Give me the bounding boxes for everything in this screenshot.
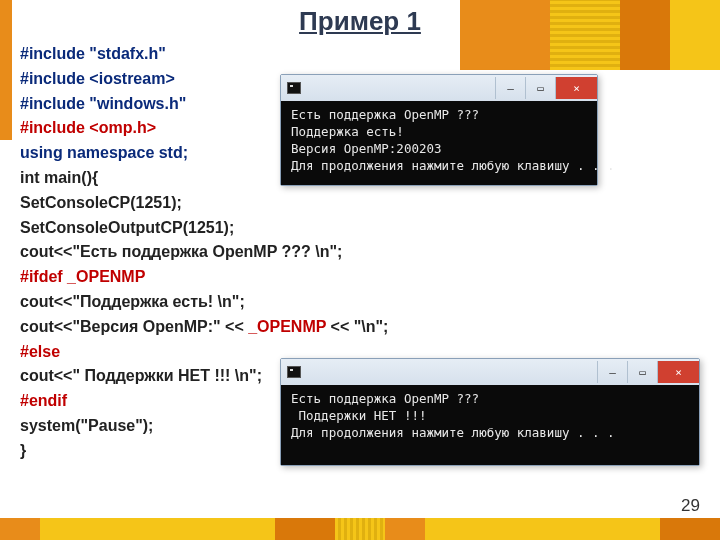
decor-bottom [0, 518, 720, 540]
decor-seg [40, 518, 275, 540]
console-window-2: – ▭ × Есть поддержка OpenMP ??? Поддержк… [280, 358, 700, 466]
close-button[interactable]: × [657, 361, 699, 383]
slide-heading: Пример 1 [0, 6, 720, 37]
code-line: using namespace std; [20, 144, 188, 161]
code-line: #include "windows.h" [20, 95, 186, 112]
decor-seg [335, 518, 385, 540]
code-token: << "\n"; [326, 318, 388, 335]
page-number: 29 [681, 496, 700, 516]
maximize-button[interactable]: ▭ [525, 77, 555, 99]
code-line: cout<<" Поддержки НЕТ !!! \n"; [20, 367, 262, 384]
maximize-button[interactable]: ▭ [627, 361, 657, 383]
code-line: #endif [20, 392, 67, 409]
console-window-1: – ▭ × Есть поддержка OpenMP ??? Поддержк… [280, 74, 598, 186]
window-buttons: – ▭ × [597, 361, 699, 383]
decor-seg [0, 518, 40, 540]
code-line: } [20, 442, 26, 459]
console-icon [287, 82, 301, 94]
decor-seg [425, 518, 660, 540]
code-line: system("Pause"); [20, 417, 153, 434]
code-line: cout<<"Версия OpenMP:" << [20, 318, 248, 335]
decor-seg [385, 518, 425, 540]
console-output: Есть поддержка OpenMP ??? Поддержки НЕТ … [281, 385, 699, 465]
code-line: SetConsoleOutputCP(1251); [20, 219, 234, 236]
window-buttons: – ▭ × [495, 77, 597, 99]
window-titlebar[interactable]: – ▭ × [281, 75, 597, 101]
code-line: int main(){ [20, 169, 98, 186]
code-line: cout<<"Есть поддержка OpenMP ??? \n"; [20, 243, 342, 260]
code-line: #else [20, 343, 60, 360]
close-button[interactable]: × [555, 77, 597, 99]
titlebar-left [287, 82, 301, 94]
console-output: Есть поддержка OpenMP ??? Поддержка есть… [281, 101, 597, 185]
code-line: cout<<"Поддержка есть! \n"; [20, 293, 245, 310]
decor-seg [275, 518, 335, 540]
code-line: #include "stdafx.h" [20, 45, 166, 62]
code-line: SetConsoleCP(1251); [20, 194, 182, 211]
code-line: #include <omp.h> [20, 119, 156, 136]
minimize-button[interactable]: – [597, 361, 627, 383]
decor-seg [660, 518, 720, 540]
console-icon [287, 366, 301, 378]
code-token: _OPENMP [248, 318, 326, 335]
code-line: #ifdef _OPENMP [20, 268, 145, 285]
code-line: #include <iostream> [20, 70, 175, 87]
titlebar-left [287, 366, 301, 378]
window-titlebar[interactable]: – ▭ × [281, 359, 699, 385]
minimize-button[interactable]: – [495, 77, 525, 99]
